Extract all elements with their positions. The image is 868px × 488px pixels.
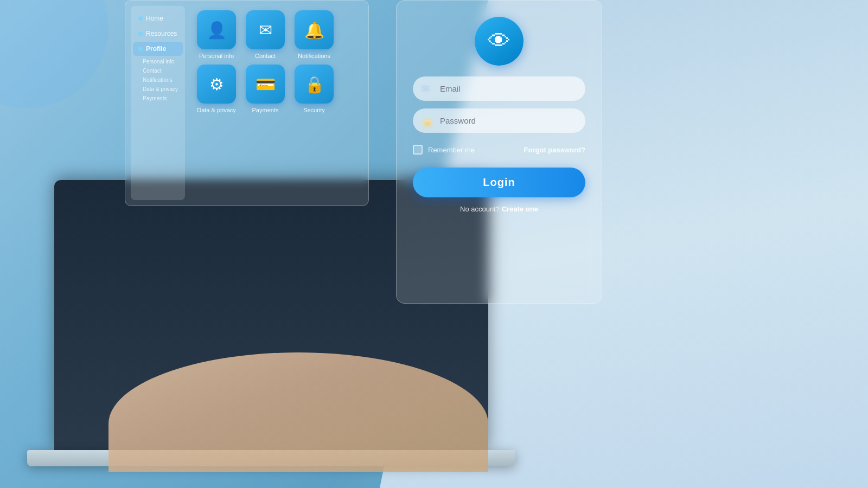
notifications-icon: 🔔 bbox=[304, 21, 324, 40]
forgot-password-link[interactable]: Forgot password? bbox=[524, 146, 585, 154]
home-dot-icon bbox=[138, 16, 143, 21]
sidebar-home-label: Home bbox=[146, 15, 163, 22]
personal-info-icon: 👤 bbox=[207, 21, 227, 40]
create-account-link[interactable]: Create one bbox=[502, 205, 538, 213]
sidebar-profile-label: Profile bbox=[146, 45, 166, 53]
avatar-icon: 👁 bbox=[488, 28, 510, 54]
remember-checkbox[interactable] bbox=[413, 145, 423, 155]
data-privacy-icon: ⚙ bbox=[209, 75, 224, 94]
contact-icon: ✉ bbox=[259, 21, 272, 40]
remember-row: Remember me Forgot password? bbox=[413, 145, 585, 155]
sidebar-resources-label: Resources bbox=[146, 30, 177, 37]
notifications-label: Notifications bbox=[298, 53, 330, 59]
contact-label: Contact bbox=[255, 53, 276, 59]
security-icon: 🔒 bbox=[304, 75, 324, 94]
icon-tile-payments[interactable]: 💳 Payments bbox=[244, 65, 287, 113]
personal-info-icon-box: 👤 bbox=[197, 10, 236, 49]
login-footer: No account? Create one bbox=[460, 205, 538, 213]
contact-icon-box: ✉ bbox=[246, 10, 285, 49]
no-account-text: No account? bbox=[460, 205, 500, 213]
profile-dot-icon bbox=[138, 47, 143, 51]
security-icon-box: 🔒 bbox=[295, 65, 334, 104]
sidebar-sub-personal-info[interactable]: Personal info bbox=[131, 57, 185, 66]
sidebar-sub-notifications[interactable]: Notifications bbox=[131, 75, 185, 85]
sidebar: Home Resources Profile Personal info Con… bbox=[131, 6, 185, 200]
icon-tile-data-privacy[interactable]: ⚙ Data & privacy bbox=[195, 65, 238, 113]
data-privacy-icon-box: ⚙ bbox=[197, 65, 236, 104]
data-privacy-label: Data & privacy bbox=[197, 107, 236, 113]
login-button[interactable]: Login bbox=[413, 168, 585, 197]
profile-menu-panel: Home Resources Profile Personal info Con… bbox=[125, 0, 369, 206]
password-field[interactable] bbox=[413, 108, 585, 133]
icon-tile-personal-info[interactable]: 👤 Personal info bbox=[195, 10, 238, 59]
login-panel: 👁 ✉ 🔒 Remember me Forgot password? Login… bbox=[396, 0, 602, 304]
sidebar-sub-contact[interactable]: Contact bbox=[131, 66, 185, 75]
password-input-wrap: 🔒 bbox=[413, 108, 585, 133]
payments-label: Payments bbox=[252, 107, 279, 113]
sidebar-item-profile[interactable]: Profile bbox=[133, 42, 183, 56]
icon-tile-security[interactable]: 🔒 Security bbox=[292, 65, 336, 113]
security-label: Security bbox=[303, 107, 325, 113]
remember-label: Remember me bbox=[428, 146, 475, 154]
personal-info-label: Personal info bbox=[199, 53, 234, 59]
email-input-wrap: ✉ bbox=[413, 76, 585, 101]
email-field[interactable] bbox=[413, 76, 585, 101]
icon-tile-notifications[interactable]: 🔔 Notifications bbox=[292, 10, 336, 59]
avatar: 👁 bbox=[475, 17, 524, 66]
sidebar-item-resources[interactable]: Resources bbox=[133, 27, 183, 41]
payments-icon: 💳 bbox=[256, 75, 276, 94]
icon-tile-contact[interactable]: ✉ Contact bbox=[244, 10, 287, 59]
resources-dot-icon bbox=[138, 31, 143, 36]
payments-icon-box: 💳 bbox=[246, 65, 285, 104]
icon-grid: 👤 Personal info ✉ Contact 🔔 Notification… bbox=[190, 6, 363, 118]
sidebar-sub-payments[interactable]: Payments bbox=[131, 94, 185, 103]
sidebar-item-home[interactable]: Home bbox=[133, 11, 183, 25]
sidebar-sub-data-privacy[interactable]: Data & privacy bbox=[131, 85, 185, 94]
notifications-icon-box: 🔔 bbox=[295, 10, 334, 49]
